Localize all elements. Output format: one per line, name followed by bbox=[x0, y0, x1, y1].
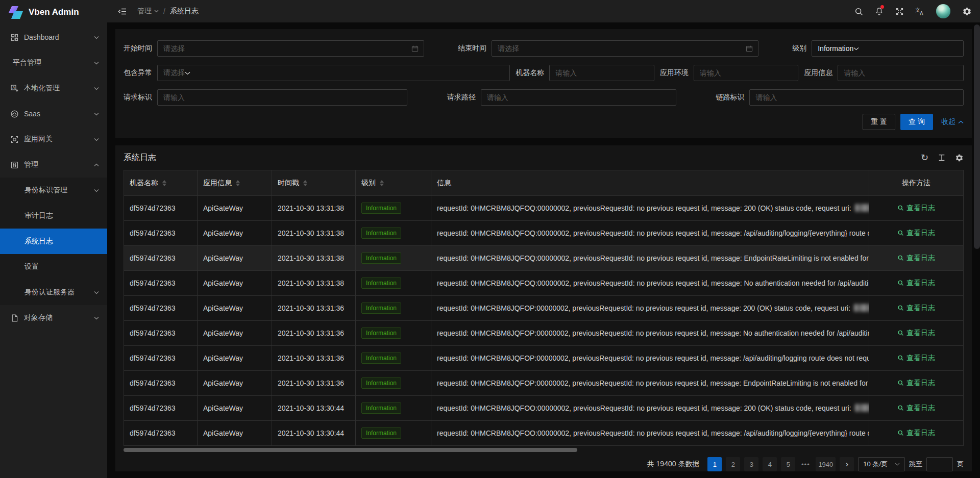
request-path-input[interactable] bbox=[481, 89, 676, 106]
level-badge: Information bbox=[361, 353, 401, 364]
view-log-link[interactable]: 查看日志 bbox=[897, 429, 935, 438]
view-log-link[interactable]: 查看日志 bbox=[897, 329, 935, 338]
sidebar-item-auth-server[interactable]: 身份认证服务器 bbox=[0, 280, 107, 305]
chevron-down-icon bbox=[94, 316, 99, 320]
sidebar-item-system-log[interactable]: 系统日志 bbox=[0, 229, 107, 254]
table-row: df5974d72363 ApiGateWay 2021-10-30 13:31… bbox=[124, 196, 964, 221]
magnifier-icon bbox=[897, 230, 904, 236]
trace-id-input[interactable] bbox=[749, 89, 964, 106]
sidebar-item-gateway[interactable]: 应用网关 bbox=[0, 127, 107, 152]
view-log-link[interactable]: 查看日志 bbox=[897, 279, 935, 288]
notification-dot bbox=[880, 5, 884, 9]
cell-actions: 查看日志 bbox=[869, 396, 964, 421]
page-button-4[interactable]: 4 bbox=[763, 457, 777, 471]
collapse-link[interactable]: 收起 bbox=[941, 117, 964, 127]
page-size-value: 10 条/页 bbox=[863, 460, 888, 469]
view-log-label: 查看日志 bbox=[906, 204, 935, 213]
cell-timestamp: 2021-10-30 13:30:44 bbox=[272, 421, 356, 446]
page-size-select[interactable]: 10 条/页 bbox=[858, 457, 905, 471]
view-log-link[interactable]: 查看日志 bbox=[897, 354, 935, 363]
request-id-input[interactable] bbox=[157, 89, 407, 106]
cell-app-info: ApiGateWay bbox=[198, 246, 272, 271]
start-time-input[interactable] bbox=[157, 40, 424, 57]
view-log-link[interactable]: 查看日志 bbox=[897, 254, 935, 263]
view-log-link[interactable]: 查看日志 bbox=[897, 379, 935, 388]
manage-icon bbox=[10, 161, 19, 169]
page-ellipsis[interactable]: ••• bbox=[799, 461, 812, 468]
cell-machine-name: df5974d72363 bbox=[124, 246, 198, 271]
app-info-input[interactable] bbox=[838, 65, 964, 81]
log-table-panel: 系统日志 ↻ 机器名称 应用信息 时间戳 级别 bbox=[115, 145, 972, 471]
view-log-link[interactable]: 查看日志 bbox=[897, 404, 935, 413]
col-header-time[interactable]: 时间戳 bbox=[272, 170, 356, 196]
sidebar-item-localization[interactable]: A 本地化管理 bbox=[0, 76, 107, 101]
sidebar-item-manage[interactable]: 管理 bbox=[0, 152, 107, 178]
magnifier-icon bbox=[897, 205, 904, 211]
row-height-icon[interactable] bbox=[938, 154, 946, 162]
translate-icon[interactable]: 文A bbox=[910, 0, 930, 22]
notification-bell-icon[interactable] bbox=[869, 0, 889, 22]
message-text: requestId: 0HMCRBM8JQFOO:00000002, previ… bbox=[437, 429, 869, 437]
page-button-3[interactable]: 3 bbox=[744, 457, 758, 471]
pagination-total: 共 19400 条数据 bbox=[647, 460, 700, 469]
col-header-app[interactable]: 应用信息 bbox=[198, 170, 272, 196]
reset-button[interactable]: 重 置 bbox=[863, 114, 895, 130]
cell-level: Information bbox=[356, 346, 431, 371]
sidebar-item-label: 系统日志 bbox=[24, 237, 53, 246]
has-exception-select[interactable]: 请选择 bbox=[157, 65, 510, 81]
page-button-1[interactable]: 1 bbox=[707, 457, 722, 471]
sidebar-item-audit-log[interactable]: 审计日志 bbox=[0, 203, 107, 229]
page-button-5[interactable]: 5 bbox=[781, 457, 795, 471]
cell-level: Information bbox=[356, 296, 431, 321]
sidebar-item-platform[interactable]: 平台管理 bbox=[0, 50, 107, 76]
table-title: 系统日志 bbox=[124, 153, 156, 163]
cell-message: requestId: 0HMCRBM8JQFOP:00000002, previ… bbox=[431, 296, 869, 321]
page-button-2[interactable]: 2 bbox=[726, 457, 740, 471]
pagination-bar: 共 19400 条数据 1 2 3 4 5 ••• 1940 › 10 条/页 … bbox=[124, 457, 964, 471]
next-page-button[interactable]: › bbox=[840, 457, 854, 471]
cell-machine-name: df5974d72363 bbox=[124, 321, 198, 346]
sidebar-item-identity-management[interactable]: 身份标识管理 bbox=[0, 178, 107, 203]
column-settings-gear-icon[interactable] bbox=[955, 154, 964, 162]
logo[interactable]: Vben Admin bbox=[0, 0, 107, 24]
magnifier-icon bbox=[897, 280, 904, 286]
breadcrumb-parent[interactable]: 管理 bbox=[137, 7, 159, 16]
end-time-input[interactable] bbox=[492, 40, 758, 57]
sidebar-item-saas[interactable]: Saas bbox=[0, 101, 107, 127]
trace-id-field: 链路标识 bbox=[716, 89, 964, 106]
svg-text:A: A bbox=[920, 11, 923, 16]
machine-name-input[interactable] bbox=[549, 65, 654, 81]
fullscreen-icon[interactable] bbox=[889, 0, 910, 22]
cell-timestamp: 2021-10-30 13:30:44 bbox=[272, 396, 356, 421]
view-log-label: 查看日志 bbox=[906, 429, 935, 438]
view-log-label: 查看日志 bbox=[906, 254, 935, 263]
chevron-down-icon bbox=[185, 71, 190, 75]
horizontal-scrollbar-thumb[interactable] bbox=[124, 448, 577, 452]
menu-fold-icon[interactable] bbox=[115, 5, 129, 18]
has-exception-label: 包含异常 bbox=[124, 68, 152, 78]
cell-level: Information bbox=[356, 196, 431, 221]
level-select[interactable]: Information bbox=[812, 40, 964, 57]
view-log-label: 查看日志 bbox=[906, 354, 935, 363]
sidebar-item-object-storage[interactable]: 对象存储 bbox=[0, 305, 107, 331]
cell-level: Information bbox=[356, 396, 431, 421]
view-log-link[interactable]: 查看日志 bbox=[897, 229, 935, 238]
col-header-machine[interactable]: 机器名称 bbox=[124, 170, 198, 196]
view-log-link[interactable]: 查看日志 bbox=[897, 204, 935, 213]
app-env-input[interactable] bbox=[694, 65, 799, 81]
search-icon[interactable] bbox=[848, 0, 869, 22]
message-text: requestId: 0HMCRBM8JQFOP:00000002, previ… bbox=[437, 379, 869, 387]
query-button[interactable]: 查 询 bbox=[900, 114, 933, 130]
view-log-link[interactable]: 查看日志 bbox=[897, 304, 935, 313]
table-row: df5974d72363 ApiGateWay 2021-10-30 13:30… bbox=[124, 421, 964, 446]
sidebar-item-dashboard[interactable]: Dashboard bbox=[0, 24, 107, 50]
col-header-level[interactable]: 级别 bbox=[356, 170, 431, 196]
avatar[interactable] bbox=[936, 4, 950, 18]
end-time-field: 结束时间 bbox=[458, 40, 758, 57]
page-button-last[interactable]: 1940 bbox=[816, 457, 836, 471]
jump-page-input[interactable] bbox=[926, 457, 953, 471]
sidebar-item-settings[interactable]: 设置 bbox=[0, 254, 107, 280]
refresh-icon[interactable]: ↻ bbox=[921, 153, 928, 162]
gear-icon[interactable] bbox=[957, 0, 977, 22]
vertical-scrollbar-thumb[interactable] bbox=[974, 24, 980, 249]
